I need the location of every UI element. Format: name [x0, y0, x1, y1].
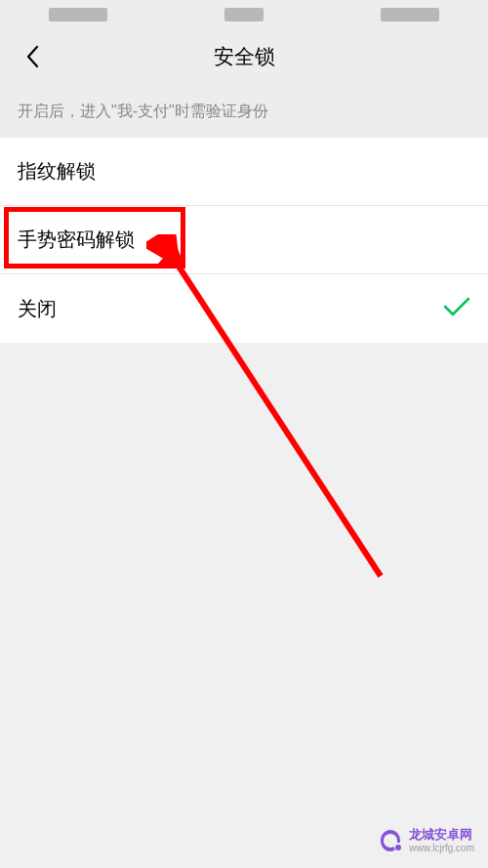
empty-content	[0, 343, 488, 868]
back-button[interactable]	[18, 42, 47, 71]
chevron-left-icon	[25, 45, 39, 68]
watermark-text: 龙城安卓网 www.lcjrfg.com	[409, 828, 474, 852]
watermark-cn: 龙城安卓网	[409, 828, 472, 842]
svg-point-3	[395, 845, 401, 850]
option-fingerprint[interactable]: 指纹解锁	[0, 138, 488, 206]
page-title: 安全锁	[214, 43, 275, 70]
status-left-obscured	[49, 8, 107, 21]
section-hint: 开启后，进入"我-支付"时需验证身份	[0, 84, 488, 138]
option-label: 手势密码解锁	[18, 227, 135, 253]
option-label: 关闭	[18, 296, 57, 322]
watermark-url: www.lcjrfg.com	[409, 843, 474, 853]
watermark-logo-icon	[378, 828, 403, 853]
status-center-obscured	[224, 8, 264, 21]
header: 安全锁	[0, 29, 488, 84]
option-gesture-password[interactable]: 手势密码解锁	[0, 206, 488, 274]
option-label: 指纹解锁	[18, 158, 96, 185]
watermark: 龙城安卓网 www.lcjrfg.com	[378, 828, 474, 853]
options-list: 指纹解锁 手势密码解锁 关闭	[0, 138, 488, 343]
option-close[interactable]: 关闭	[0, 274, 488, 343]
status-right-obscured	[381, 8, 439, 21]
checkmark-icon	[443, 296, 470, 321]
status-bar	[0, 0, 488, 29]
